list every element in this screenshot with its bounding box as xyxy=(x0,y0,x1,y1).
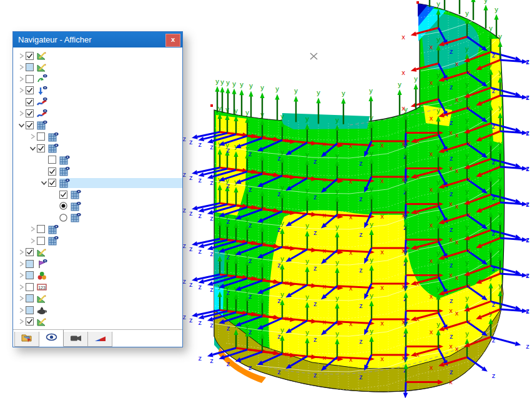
checkbox[interactable] xyxy=(26,248,34,256)
checkbox[interactable] xyxy=(37,132,45,141)
tree-item-label[interactable] xyxy=(51,263,54,264)
expand-icon[interactable] xyxy=(19,318,24,325)
tree-item-label[interactable] xyxy=(51,124,54,126)
tree-item-mod-le[interactable] xyxy=(13,50,182,62)
tree-item-afficher-la-topologie-sur[interactable] xyxy=(13,62,182,74)
close-icon[interactable]: x xyxy=(165,34,180,47)
checkbox[interactable] xyxy=(26,271,34,279)
tree-item-label[interactable] xyxy=(62,147,65,149)
expand-icon[interactable] xyxy=(19,307,24,314)
panel-titlebar[interactable]: Navigateur - Afficher x xyxy=(13,32,182,47)
tab-results[interactable] xyxy=(88,332,112,347)
checkbox[interactable] xyxy=(37,225,45,233)
tree-item-label[interactable] xyxy=(73,159,76,161)
tree-item-indices[interactable] xyxy=(13,189,182,201)
svg-text:y: y xyxy=(498,246,502,254)
tree-item-label[interactable] xyxy=(51,252,54,253)
collapse-icon[interactable] xyxy=(18,122,25,129)
svg-text:z: z xyxy=(526,94,530,101)
tree-item-label[interactable] xyxy=(62,240,65,241)
tree-item-sur-les-barres[interactable] xyxy=(13,131,182,143)
tree-item-tages-du-b-timent[interactable] xyxy=(13,247,182,259)
tab-views[interactable] xyxy=(64,332,88,347)
tree-item-label[interactable] xyxy=(51,321,54,322)
tree-item-label[interactable] xyxy=(51,298,54,299)
checkbox[interactable] xyxy=(37,237,45,245)
tree-item-rendu-graphique[interactable] xyxy=(13,304,182,316)
collapse-icon[interactable] xyxy=(29,145,36,152)
checkbox[interactable] xyxy=(37,144,45,152)
collapse-icon[interactable] xyxy=(41,179,47,186)
tree-item-pour-les-donn-es-d-entr-e[interactable] xyxy=(13,201,182,212)
checkbox[interactable] xyxy=(26,75,34,83)
tree-item-objets-rep-res[interactable] xyxy=(13,258,182,270)
expand-icon[interactable] xyxy=(30,237,36,244)
tree-item-label[interactable] xyxy=(84,217,87,218)
tree-item-objets-de-r-sultats[interactable] xyxy=(13,108,182,120)
tab-data[interactable] xyxy=(14,332,39,347)
tree-item-syst-mes-d-axe-ef-x-y-z[interactable] xyxy=(13,177,182,189)
expand-icon[interactable] xyxy=(30,226,36,232)
checkbox[interactable] xyxy=(26,317,34,326)
expand-icon[interactable] xyxy=(19,272,24,279)
tree-item-label[interactable] xyxy=(51,275,54,276)
tab-display[interactable] xyxy=(39,330,64,347)
tree-item-pour-les-r-sultats[interactable] xyxy=(13,212,182,224)
expand-icon[interactable] xyxy=(19,87,24,94)
radio-button[interactable] xyxy=(59,214,67,222)
tree-item-r-sultats[interactable] xyxy=(13,96,182,108)
checkbox[interactable] xyxy=(26,121,34,129)
tree-item-label[interactable] xyxy=(51,309,54,311)
expand-icon[interactable] xyxy=(30,133,36,140)
tree-item-charges[interactable] xyxy=(13,85,182,97)
tree-item-label[interactable] xyxy=(62,136,65,137)
tree-item-g-n-ral[interactable] xyxy=(13,270,182,282)
expand-icon[interactable] xyxy=(19,110,24,117)
tree-item-imperfections[interactable] xyxy=(13,73,182,85)
expand-icon[interactable] xyxy=(19,76,24,82)
tree-item-label[interactable] xyxy=(51,78,54,79)
tree-item-label[interactable] xyxy=(51,101,54,102)
tree-item-couleurs-des-objets-repr-sent-s-par[interactable] xyxy=(13,293,182,305)
tree-item-n-uds-ef[interactable] xyxy=(13,154,182,166)
checkbox[interactable] xyxy=(26,63,34,71)
tree-item-maillage[interactable] xyxy=(13,119,182,131)
tree-item-label[interactable] xyxy=(62,229,65,230)
tree-item-label[interactable] xyxy=(51,286,54,287)
tree-item-label[interactable] xyxy=(73,182,76,184)
tree-item-dans-les-solides[interactable] xyxy=(13,224,182,236)
expand-icon[interactable] xyxy=(19,261,24,267)
expand-icon[interactable] xyxy=(19,52,24,59)
tree-item-label[interactable] xyxy=(73,171,76,172)
checkbox[interactable] xyxy=(26,260,34,268)
tree-item-label[interactable] xyxy=(51,113,54,114)
checkbox[interactable] xyxy=(26,86,34,94)
checkbox[interactable] xyxy=(59,191,67,199)
svg-text:z: z xyxy=(450,190,453,197)
checkbox[interactable] xyxy=(48,179,56,187)
tree-item-sur-les-surfaces[interactable] xyxy=(13,142,182,154)
checkbox[interactable] xyxy=(26,306,34,314)
tree-item-l-ments-ef[interactable] xyxy=(13,166,182,177)
checkbox[interactable] xyxy=(26,98,34,106)
tree-item-label[interactable] xyxy=(51,67,54,68)
tree-item-label[interactable] xyxy=(84,194,87,195)
checkbox[interactable] xyxy=(26,52,34,60)
checkbox[interactable] xyxy=(48,156,56,164)
tree-item-num-rotation[interactable]: 123 xyxy=(13,281,182,293)
checkbox[interactable] xyxy=(26,294,34,302)
radio-button[interactable] xyxy=(59,202,67,210)
checkbox[interactable] xyxy=(26,109,34,117)
tree-item-qualit-du-maillage[interactable] xyxy=(13,235,182,247)
expand-icon[interactable] xyxy=(19,64,24,71)
checkbox[interactable] xyxy=(26,283,34,291)
tree-item-pr-selection[interactable] xyxy=(13,316,182,328)
expand-icon[interactable] xyxy=(19,295,24,302)
tree-item-label[interactable] xyxy=(51,90,54,91)
tree-item-label[interactable] xyxy=(51,55,54,56)
checkbox[interactable] xyxy=(48,167,56,176)
tree-item-label[interactable] xyxy=(84,206,87,207)
svg-text:x: x xyxy=(401,282,405,290)
expand-icon[interactable] xyxy=(19,284,24,291)
expand-icon[interactable] xyxy=(19,249,24,256)
